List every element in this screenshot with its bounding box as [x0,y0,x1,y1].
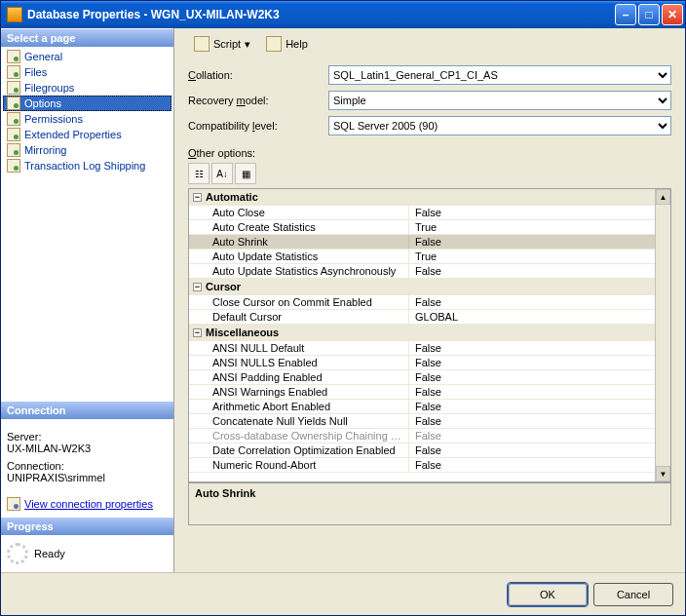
compat-select[interactable]: SQL Server 2005 (90) [328,116,671,135]
property-name: Arithmetic Abort Enabled [189,400,409,413]
dialog-footer: OK Cancel [1,572,685,615]
property-value[interactable]: False [409,458,655,472]
view-connection-properties-link[interactable]: View connection properties [1,497,173,517]
property-grid-body[interactable]: −AutomaticAuto CloseFalseAuto Create Sta… [189,189,655,481]
sidebar-item-transaction-log-shipping[interactable]: Transaction Log Shipping [3,158,172,173]
script-button[interactable]: Script ▾ [190,34,254,54]
server-label: Server: [7,431,168,443]
alphabetical-view-button[interactable]: A↓ [211,163,233,184]
page-icon [7,128,20,141]
property-name: Date Correlation Optimization Enabled [189,443,409,457]
property-row[interactable]: ANSI Warnings EnabledFalse [189,385,655,400]
titlebar[interactable]: Database Properties - WGN_UX-MILAN-W2K3 … [1,1,685,28]
property-value[interactable]: True [409,250,655,263]
close-button[interactable]: ✕ [662,4,683,25]
scroll-up-button[interactable]: ▲ [656,189,670,205]
sidebar-item-permissions[interactable]: Permissions [3,111,172,127]
property-value[interactable]: False [409,264,655,278]
maximize-button[interactable]: □ [638,4,660,25]
sidebar-item-label: Permissions [24,113,83,125]
sidebar-item-files[interactable]: Files [3,64,172,80]
property-name: ANSI Warnings Enabled [189,385,409,399]
collapse-icon[interactable]: − [193,328,202,337]
property-value[interactable]: False [409,385,655,399]
window-title: Database Properties - WGN_UX-MILAN-W2K3 [27,8,280,21]
connection-icon [7,497,20,511]
property-name: Close Cursor on Commit Enabled [189,295,409,309]
description-title: Auto Shrink [195,487,255,499]
property-value[interactable]: False [409,400,655,413]
property-value[interactable]: False [409,206,655,219]
property-row[interactable]: Auto Update StatisticsTrue [189,250,655,264]
property-value[interactable]: False [409,295,655,309]
property-value[interactable]: False [409,370,655,384]
collation-label: Collation: [188,69,324,81]
connection-body: Server: UX-MILAN-W2K3 Connection: UNIPRA… [1,419,173,489]
property-row[interactable]: ANSI NULL DefaultFalse [189,341,655,356]
page-icon [7,65,20,79]
property-row[interactable]: Cross-database Ownership Chaining Enable… [189,429,655,443]
pages-header: Select a page [1,28,173,47]
grid-scrollbar[interactable]: ▲ ▼ [655,189,670,481]
cancel-button[interactable]: Cancel [593,583,673,606]
app-icon [7,7,22,22]
minimize-button[interactable]: – [615,4,636,25]
property-value[interactable]: GLOBAL [409,310,655,324]
scroll-down-button[interactable]: ▼ [656,466,670,481]
right-panel: Script ▾ Help Collation: SQL_Latin1_Gene… [174,28,685,572]
category-miscellaneous[interactable]: −Miscellaneous [189,325,655,341]
recovery-select[interactable]: Simple [328,91,671,110]
property-value[interactable]: False [409,341,655,355]
property-value[interactable]: False [409,356,655,369]
property-row[interactable]: Auto Create StatisticsTrue [189,220,655,235]
page-icon [7,96,20,110]
property-row[interactable]: ANSI NULLS EnabledFalse [189,356,655,370]
sidebar-item-label: Options [24,97,61,109]
sidebar-item-filegroups[interactable]: Filegroups [3,80,172,96]
content-area: Select a page GeneralFilesFilegroupsOpti… [1,28,685,572]
sidebar-item-label: Filegroups [24,82,74,94]
category-label: Miscellaneous [206,327,279,338]
page-icon [7,50,20,63]
category-automatic[interactable]: −Automatic [189,189,655,206]
collation-select[interactable]: SQL_Latin1_General_CP1_CI_AS [328,65,671,85]
ok-button[interactable]: OK [508,583,588,606]
connection-label: Connection: [7,460,168,472]
property-row[interactable]: Default CursorGLOBAL [189,310,655,325]
property-row[interactable]: Date Correlation Optimization EnabledFal… [189,443,655,458]
property-value[interactable]: False [409,414,655,428]
property-row[interactable]: Arithmetic Abort EnabledFalse [189,400,655,414]
property-name: Auto Update Statistics Asynchronously [189,264,409,278]
progress-header: Progress [1,517,173,535]
category-label: Cursor [206,281,241,292]
progress-body: Ready [1,535,173,572]
property-value[interactable]: True [409,220,655,234]
property-row[interactable]: ANSI Padding EnabledFalse [189,370,655,385]
property-row[interactable]: Auto ShrinkFalse [189,235,655,250]
property-row[interactable]: Auto CloseFalse [189,206,655,220]
property-row[interactable]: Close Cursor on Commit EnabledFalse [189,295,655,310]
category-label: Automatic [206,191,258,203]
sidebar-item-label: General [24,51,62,62]
property-pages-button[interactable]: ▦ [235,163,256,184]
property-row[interactable]: Auto Update Statistics AsynchronouslyFal… [189,264,655,279]
sidebar-item-general[interactable]: General [3,49,172,64]
category-cursor[interactable]: −Cursor [189,279,655,295]
property-value[interactable]: False [409,235,655,249]
toolbar: Script ▾ Help [174,28,685,59]
collapse-icon[interactable]: − [193,193,202,202]
connection-link-text: View connection properties [24,498,153,510]
sidebar-item-extended-properties[interactable]: Extended Properties [3,127,172,142]
property-value[interactable]: False [409,429,655,443]
categorized-view-button[interactable]: ☷ [188,163,210,184]
sidebar-item-options[interactable]: Options [3,96,172,111]
connection-header: Connection [1,401,173,419]
property-row[interactable]: Concatenate Null Yields NullFalse [189,414,655,429]
sidebar-item-mirroring[interactable]: Mirroring [3,142,172,158]
page-icon [7,112,20,126]
help-button[interactable]: Help [262,34,312,54]
progress-text: Ready [34,548,65,559]
collapse-icon[interactable]: − [193,283,202,291]
property-value[interactable]: False [409,443,655,457]
property-row[interactable]: Numeric Round-AbortFalse [189,458,655,473]
